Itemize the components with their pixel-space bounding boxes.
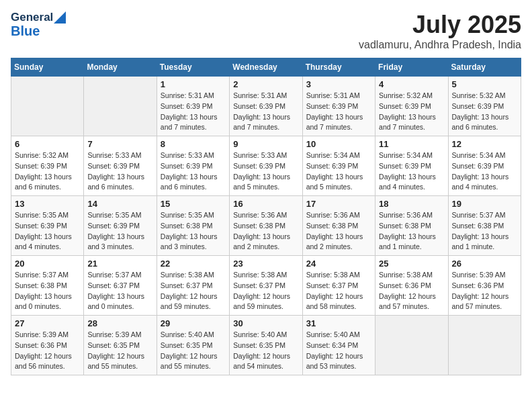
day-detail: Sunrise: 5:40 AM Sunset: 6:34 PM Dayligh… xyxy=(306,330,363,370)
calendar-day-cell: 7Sunrise: 5:33 AM Sunset: 6:39 PM Daylig… xyxy=(84,136,157,196)
weekday-header: Tuesday xyxy=(157,58,229,77)
calendar-day-cell xyxy=(448,316,521,375)
calendar-week-row: 1Sunrise: 5:31 AM Sunset: 6:39 PM Daylig… xyxy=(11,77,521,136)
day-number: 22 xyxy=(161,259,226,269)
day-detail: Sunrise: 5:33 AM Sunset: 6:39 PM Dayligh… xyxy=(161,151,218,191)
weekday-header: Sunday xyxy=(11,58,84,77)
day-detail: Sunrise: 5:31 AM Sunset: 6:39 PM Dayligh… xyxy=(161,91,218,131)
day-detail: Sunrise: 5:38 AM Sunset: 6:37 PM Dayligh… xyxy=(161,271,218,310)
calendar-day-cell: 10Sunrise: 5:34 AM Sunset: 6:39 PM Dayli… xyxy=(302,136,375,196)
day-detail: Sunrise: 5:39 AM Sunset: 6:36 PM Dayligh… xyxy=(15,330,72,370)
weekday-header: Wednesday xyxy=(230,58,302,77)
weekday-header: Monday xyxy=(84,58,157,77)
calendar-day-cell: 24Sunrise: 5:38 AM Sunset: 6:37 PM Dayli… xyxy=(302,256,375,316)
day-number: 10 xyxy=(306,139,371,149)
day-detail: Sunrise: 5:34 AM Sunset: 6:39 PM Dayligh… xyxy=(379,151,436,191)
day-number: 13 xyxy=(15,199,80,209)
calendar-day-cell: 12Sunrise: 5:34 AM Sunset: 6:39 PM Dayli… xyxy=(448,136,521,196)
day-detail: Sunrise: 5:32 AM Sunset: 6:39 PM Dayligh… xyxy=(15,151,72,191)
page-header: General Blue July 2025 vadlamuru, Andhra… xyxy=(11,11,521,51)
logo-general: General xyxy=(11,11,53,24)
day-detail: Sunrise: 5:37 AM Sunset: 6:37 PM Dayligh… xyxy=(87,271,144,310)
calendar-day-cell: 3Sunrise: 5:31 AM Sunset: 6:39 PM Daylig… xyxy=(302,77,375,136)
calendar-day-cell: 29Sunrise: 5:40 AM Sunset: 6:35 PM Dayli… xyxy=(157,316,229,375)
day-detail: Sunrise: 5:35 AM Sunset: 6:38 PM Dayligh… xyxy=(161,211,218,250)
day-number: 16 xyxy=(233,199,298,209)
day-number: 30 xyxy=(233,318,298,328)
day-number: 6 xyxy=(15,139,80,149)
calendar-header-row: SundayMondayTuesdayWednesdayThursdayFrid… xyxy=(11,58,521,77)
calendar-day-cell: 5Sunrise: 5:32 AM Sunset: 6:39 PM Daylig… xyxy=(448,77,521,136)
calendar-day-cell: 23Sunrise: 5:38 AM Sunset: 6:37 PM Dayli… xyxy=(230,256,302,316)
day-number: 5 xyxy=(452,79,517,89)
day-detail: Sunrise: 5:33 AM Sunset: 6:39 PM Dayligh… xyxy=(87,151,144,191)
day-detail: Sunrise: 5:40 AM Sunset: 6:35 PM Dayligh… xyxy=(161,330,218,370)
day-detail: Sunrise: 5:36 AM Sunset: 6:38 PM Dayligh… xyxy=(306,211,363,250)
day-detail: Sunrise: 5:37 AM Sunset: 6:38 PM Dayligh… xyxy=(452,211,509,250)
day-number: 9 xyxy=(233,139,298,149)
day-detail: Sunrise: 5:33 AM Sunset: 6:39 PM Dayligh… xyxy=(233,151,290,191)
logo-arrow-icon xyxy=(54,11,66,24)
day-number: 27 xyxy=(15,318,80,328)
day-number: 14 xyxy=(87,199,152,209)
day-number: 15 xyxy=(161,199,226,209)
calendar-day-cell: 16Sunrise: 5:36 AM Sunset: 6:38 PM Dayli… xyxy=(230,196,302,256)
svg-marker-0 xyxy=(54,11,66,24)
weekday-header: Thursday xyxy=(302,58,375,77)
calendar-day-cell: 21Sunrise: 5:37 AM Sunset: 6:37 PM Dayli… xyxy=(84,256,157,316)
calendar-table: SundayMondayTuesdayWednesdayThursdayFrid… xyxy=(11,58,521,375)
calendar-day-cell: 18Sunrise: 5:36 AM Sunset: 6:38 PM Dayli… xyxy=(375,196,448,256)
calendar-day-cell: 4Sunrise: 5:32 AM Sunset: 6:39 PM Daylig… xyxy=(375,77,448,136)
calendar-day-cell xyxy=(375,316,448,375)
calendar-day-cell: 17Sunrise: 5:36 AM Sunset: 6:38 PM Dayli… xyxy=(302,196,375,256)
calendar-week-row: 27Sunrise: 5:39 AM Sunset: 6:36 PM Dayli… xyxy=(11,316,521,375)
calendar-day-cell: 20Sunrise: 5:37 AM Sunset: 6:38 PM Dayli… xyxy=(11,256,84,316)
day-detail: Sunrise: 5:35 AM Sunset: 6:39 PM Dayligh… xyxy=(87,211,144,250)
calendar-day-cell: 30Sunrise: 5:40 AM Sunset: 6:35 PM Dayli… xyxy=(230,316,302,375)
day-detail: Sunrise: 5:36 AM Sunset: 6:38 PM Dayligh… xyxy=(233,211,290,250)
calendar-day-cell: 14Sunrise: 5:35 AM Sunset: 6:39 PM Dayli… xyxy=(84,196,157,256)
day-detail: Sunrise: 5:38 AM Sunset: 6:36 PM Dayligh… xyxy=(379,271,436,310)
day-detail: Sunrise: 5:37 AM Sunset: 6:38 PM Dayligh… xyxy=(15,271,72,310)
calendar-day-cell: 26Sunrise: 5:39 AM Sunset: 6:36 PM Dayli… xyxy=(448,256,521,316)
calendar-day-cell xyxy=(84,77,157,136)
calendar-day-cell: 11Sunrise: 5:34 AM Sunset: 6:39 PM Dayli… xyxy=(375,136,448,196)
day-number: 29 xyxy=(161,318,226,328)
calendar-day-cell: 2Sunrise: 5:31 AM Sunset: 6:39 PM Daylig… xyxy=(230,77,302,136)
day-number: 4 xyxy=(379,79,444,89)
calendar-day-cell: 9Sunrise: 5:33 AM Sunset: 6:39 PM Daylig… xyxy=(230,136,302,196)
calendar-day-cell: 15Sunrise: 5:35 AM Sunset: 6:38 PM Dayli… xyxy=(157,196,229,256)
calendar-day-cell: 25Sunrise: 5:38 AM Sunset: 6:36 PM Dayli… xyxy=(375,256,448,316)
day-detail: Sunrise: 5:35 AM Sunset: 6:39 PM Dayligh… xyxy=(15,211,72,250)
calendar-day-cell: 13Sunrise: 5:35 AM Sunset: 6:39 PM Dayli… xyxy=(11,196,84,256)
day-number: 8 xyxy=(161,139,226,149)
day-number: 18 xyxy=(379,199,444,209)
day-detail: Sunrise: 5:39 AM Sunset: 6:35 PM Dayligh… xyxy=(87,330,144,370)
logo-blue: Blue xyxy=(11,23,66,39)
day-number: 21 xyxy=(87,259,152,269)
weekday-header: Friday xyxy=(375,58,448,77)
day-number: 23 xyxy=(233,259,298,269)
day-detail: Sunrise: 5:38 AM Sunset: 6:37 PM Dayligh… xyxy=(233,271,290,310)
calendar-day-cell: 31Sunrise: 5:40 AM Sunset: 6:34 PM Dayli… xyxy=(302,316,375,375)
calendar-day-cell: 8Sunrise: 5:33 AM Sunset: 6:39 PM Daylig… xyxy=(157,136,229,196)
calendar-day-cell: 19Sunrise: 5:37 AM Sunset: 6:38 PM Dayli… xyxy=(448,196,521,256)
day-detail: Sunrise: 5:31 AM Sunset: 6:39 PM Dayligh… xyxy=(306,91,363,131)
day-number: 3 xyxy=(306,79,371,89)
day-number: 25 xyxy=(379,259,444,269)
day-number: 12 xyxy=(452,139,517,149)
day-number: 17 xyxy=(306,199,371,209)
day-number: 2 xyxy=(233,79,298,89)
calendar-day-cell: 28Sunrise: 5:39 AM Sunset: 6:35 PM Dayli… xyxy=(84,316,157,375)
day-detail: Sunrise: 5:36 AM Sunset: 6:38 PM Dayligh… xyxy=(379,211,436,250)
calendar-day-cell xyxy=(11,77,84,136)
logo: General Blue xyxy=(11,11,66,39)
day-detail: Sunrise: 5:38 AM Sunset: 6:37 PM Dayligh… xyxy=(306,271,363,310)
day-number: 1 xyxy=(161,79,226,89)
day-detail: Sunrise: 5:39 AM Sunset: 6:36 PM Dayligh… xyxy=(452,271,509,310)
page-title: July 2025 xyxy=(359,11,521,39)
calendar-day-cell: 27Sunrise: 5:39 AM Sunset: 6:36 PM Dayli… xyxy=(11,316,84,375)
calendar-day-cell: 1Sunrise: 5:31 AM Sunset: 6:39 PM Daylig… xyxy=(157,77,229,136)
day-detail: Sunrise: 5:34 AM Sunset: 6:39 PM Dayligh… xyxy=(452,151,509,191)
calendar-week-row: 13Sunrise: 5:35 AM Sunset: 6:39 PM Dayli… xyxy=(11,196,521,256)
